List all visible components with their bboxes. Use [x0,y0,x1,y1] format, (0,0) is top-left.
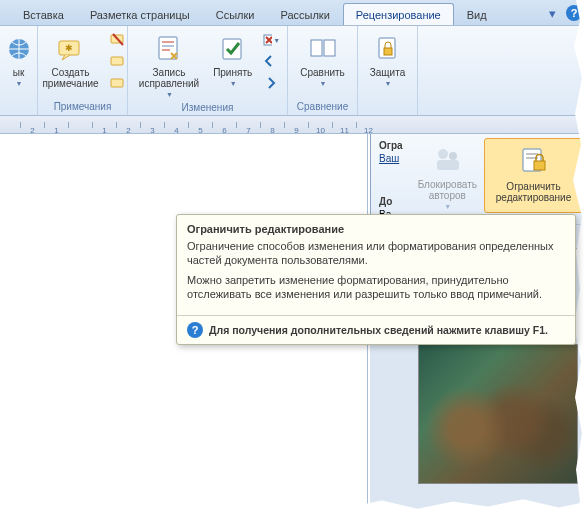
tab-mailings[interactable]: Рассылки [267,3,342,25]
svg-rect-23 [534,161,545,170]
document-image [418,344,578,484]
tab-links[interactable]: Ссылки [203,3,268,25]
compare-label: Сравнить [300,67,345,78]
tooltip-text: Можно запретить изменение форматирования… [187,273,565,301]
chevron-down-icon: ▼ [320,80,327,87]
pane-subtitle: Ваш [375,153,407,164]
language-button[interactable]: ык ▼ [0,30,40,90]
svg-rect-14 [324,40,335,56]
svg-rect-13 [311,40,322,56]
chevron-down-icon: ▼ [230,80,237,87]
track-changes-label: Запись исправлений [139,67,199,89]
accept-button[interactable]: Принять ▼ [208,30,257,90]
tooltip: Ограничить редактирование Ограничение сп… [176,214,576,345]
new-comment-label: Создать примечание [42,67,98,89]
svg-rect-6 [111,79,123,87]
track-changes-button[interactable]: Запись исправлений ▼ [134,30,204,101]
prev-change-button[interactable] [261,52,281,72]
ribbon-tabs: Вставка Разметка страницы Ссылки Рассылк… [0,0,588,26]
next-comment-button[interactable] [108,74,128,94]
ruler[interactable]: 21123456789101112 [0,116,588,134]
svg-point-18 [449,152,457,160]
tab-insert[interactable]: Вставка [10,3,77,25]
changes-group-title: Изменения [182,101,234,114]
svg-rect-11 [223,39,241,59]
chevron-down-icon: ▼ [385,80,392,87]
tab-view[interactable]: Вид [454,3,500,25]
svg-point-17 [438,149,448,159]
delete-comment-button[interactable] [108,30,128,50]
language-label: ык [13,67,25,78]
chevron-down-icon: ▼ [166,91,173,98]
svg-rect-19 [437,160,459,170]
tooltip-title: Ограничить редактирование [177,215,575,239]
accept-label: Принять [213,67,252,78]
prev-comment-button[interactable] [108,52,128,72]
tooltip-footer-text: Для получения дополнительных сведений на… [209,324,548,336]
svg-text:✱: ✱ [65,43,73,53]
help-icon: ? [187,322,203,338]
pane-title: Огра [375,138,407,153]
tooltip-text: Ограничение способов изменения или форма… [187,239,565,267]
new-comment-button[interactable]: ✱ Создать примечание [37,30,103,92]
tab-review[interactable]: Рецензирование [343,3,454,25]
compare-group-title: Сравнение [297,100,348,113]
reject-button[interactable]: ▼ [261,30,281,50]
restrict-editing-button[interactable]: Ограничить редактирование [484,138,583,213]
tab-layout[interactable]: Разметка страницы [77,3,203,25]
svg-rect-5 [111,57,123,65]
ribbon: ык ▼ ✱ Создать примечание Примечания [0,26,588,116]
compare-button[interactable]: Сравнить ▼ [295,30,350,90]
next-change-button[interactable] [261,74,281,94]
chevron-down-icon: ▼ [16,80,23,87]
comments-group-title: Примечания [54,100,112,113]
minimize-ribbon-icon[interactable]: ▾ [549,6,556,21]
svg-rect-16 [384,48,392,55]
protect-button[interactable]: Защита ▼ [365,30,410,90]
block-authors-button: Блокировать авторов ▼ [413,138,482,213]
protect-label: Защита [370,67,405,78]
